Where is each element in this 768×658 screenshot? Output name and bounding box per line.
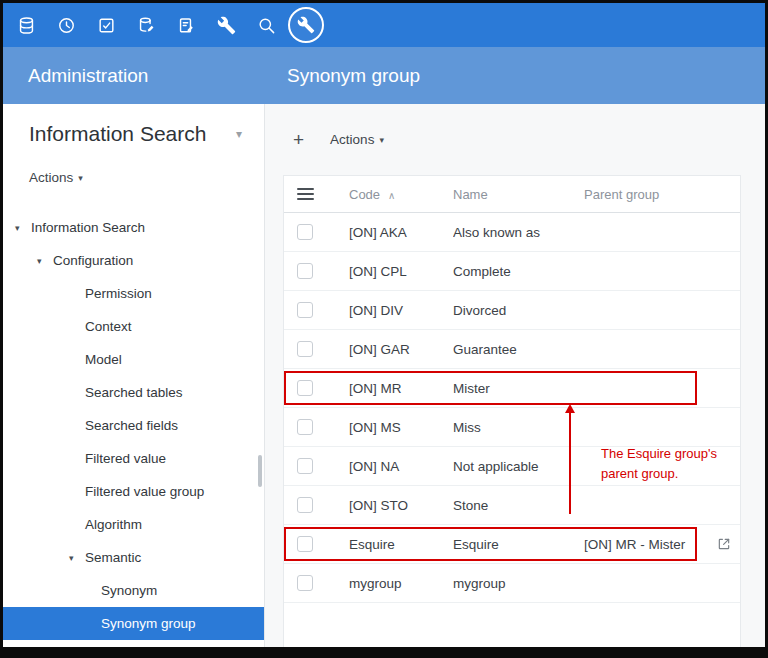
checkbox-cell [284,575,349,591]
checkbox-cell [284,458,349,474]
cell-code: [ON] MR [349,381,453,396]
sidebar-item-label: Context [85,319,132,334]
sidebar-item-filtered-value-group[interactable]: Filtered value group [3,475,264,508]
table-row-on-gar[interactable]: [ON] GARGuarantee [284,330,740,369]
row-checkbox[interactable] [297,575,313,591]
column-label: Code [349,187,380,202]
sidebar-item-label: Permission [85,286,152,301]
checkbox-cell [284,263,349,279]
scrollbar-thumb[interactable] [258,455,262,487]
caret-down-icon: ▾ [69,553,85,563]
column-label: Name [453,187,488,202]
check-square-icon[interactable] [86,5,126,45]
database-edit-icon[interactable] [126,5,166,45]
table-menu-icon[interactable] [297,185,314,203]
table-toolbar: + Actions▾ [265,104,765,175]
row-checkbox[interactable] [297,302,313,318]
sidebar-title-row: Information Search ▾ [3,122,264,146]
wrench-icon[interactable] [206,5,246,45]
sidebar-item-filtered-value[interactable]: Filtered value [3,442,264,475]
sidebar-item-label: Synonym group [101,616,196,631]
table-actions-menu[interactable]: Actions▾ [330,132,384,147]
column-header-parent[interactable]: Parent group [584,187,740,202]
row-checkbox[interactable] [297,341,313,357]
sidebar-item-searched-tables[interactable]: Searched tables [3,376,264,409]
checkbox-cell [284,341,349,357]
actions-label: Actions [29,170,73,185]
column-label: Parent group [584,187,659,202]
row-checkbox[interactable] [297,263,313,279]
top-toolbar [3,3,765,47]
navigation-tree: ▾Information Search▾ConfigurationPermiss… [3,211,264,640]
sidebar-item-synonym-group[interactable]: Synonym group [3,607,264,640]
form-edit-icon[interactable] [166,5,206,45]
caret-down-icon: ▾ [15,223,31,233]
clock-icon[interactable] [46,5,86,45]
cell-code: [ON] STO [349,498,453,513]
actions-label: Actions [330,132,374,147]
sidebar-item-label: Model [85,352,122,367]
add-button[interactable]: + [293,130,304,149]
sidebar-item-label: Configuration [53,253,133,268]
table-row-on-ms[interactable]: [ON] MSMiss [284,408,740,447]
cell-code: [ON] DIV [349,303,453,318]
sidebar-item-model[interactable]: Model [3,343,264,376]
sidebar-item-label: Searched fields [85,418,178,433]
cell-code: [ON] MS [349,420,453,435]
checkbox-cell [284,419,349,435]
cell-code: [ON] NA [349,459,453,474]
database-icon[interactable] [6,5,46,45]
page-title: Synonym group [265,65,420,87]
sidebar-item-context[interactable]: Context [3,310,264,343]
sidebar-item-information-search[interactable]: ▾Information Search [3,211,264,244]
table-row-mygroup[interactable]: mygroupmygroup [284,564,740,603]
caret-down-icon: ▾ [379,135,384,145]
column-header-code[interactable]: Code∧ [349,187,453,202]
sidebar-item-permission[interactable]: Permission [3,277,264,310]
cell-name: Guarantee [453,342,584,357]
annotation-arrow-head [565,404,575,413]
sidebar-actions-menu[interactable]: Actions▾ [29,170,264,185]
table-row-esquire[interactable]: EsquireEsquire[ON] MR - Mister [284,525,740,564]
row-checkbox[interactable] [297,497,313,513]
content-body: Information Search ▾ Actions▾ ▾Informati… [3,104,765,647]
cell-name: Complete [453,264,584,279]
cell-name: Divorced [453,303,584,318]
wrench-icon-active[interactable] [288,7,324,43]
search-icon[interactable] [246,5,286,45]
toolbar-icon-group [6,5,286,45]
table-row-on-mr[interactable]: [ON] MRMister [284,369,740,408]
table-row-on-aka[interactable]: [ON] AKAAlso known as [284,213,740,252]
table-row-on-cpl[interactable]: [ON] CPLComplete [284,252,740,291]
cell-name: Esquire [453,537,584,552]
sidebar-item-label: Algorithm [85,517,142,532]
column-header-name[interactable]: Name [453,187,584,202]
cell-code: [ON] GAR [349,342,453,357]
row-checkbox[interactable] [297,419,313,435]
checkbox-cell [284,224,349,240]
caret-down-icon: ▾ [78,173,83,183]
table-row-on-div[interactable]: [ON] DIVDivorced [284,291,740,330]
sidebar-item-configuration[interactable]: ▾Configuration [3,244,264,277]
cell-name: mygroup [453,576,584,591]
table-row-on-sto[interactable]: [ON] STOStone [284,486,740,525]
checkbox-cell [284,497,349,513]
sidebar-item-label: Synonym [101,583,157,598]
sidebar-item-algorithm[interactable]: Algorithm [3,508,264,541]
external-link-icon[interactable] [717,537,731,551]
sidebar-item-synonym[interactable]: Synonym [3,574,264,607]
sidebar-item-label: Searched tables [85,385,183,400]
row-checkbox[interactable] [297,458,313,474]
chevron-down-icon[interactable]: ▾ [236,127,242,141]
checkbox-cell [284,536,349,552]
sidebar-item-searched-fields[interactable]: Searched fields [3,409,264,442]
annotation-arrow [569,413,571,514]
row-checkbox[interactable] [297,224,313,240]
module-title: Administration [3,65,265,87]
row-checkbox[interactable] [297,536,313,552]
cell-name: Also known as [453,225,584,240]
cell-code: [ON] AKA [349,225,453,240]
sidebar-item-semantic[interactable]: ▾Semantic [3,541,264,574]
table-menu-cell [284,185,349,203]
row-checkbox[interactable] [297,380,313,396]
